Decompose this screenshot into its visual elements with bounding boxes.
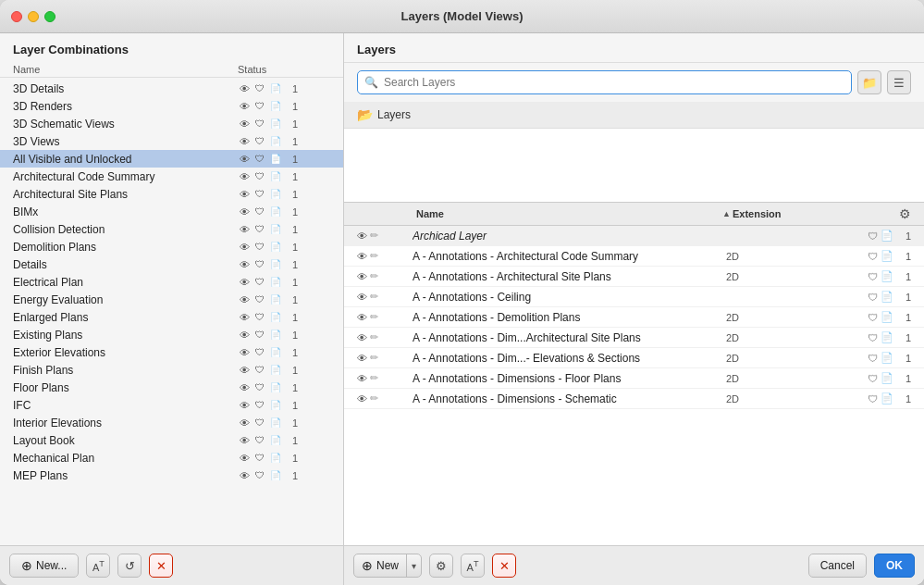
lock-icon[interactable]: 🛡 bbox=[253, 277, 266, 287]
list-view-toggle[interactable]: ☰ bbox=[887, 70, 911, 94]
eye-icon[interactable]: 👁 bbox=[238, 400, 251, 411]
eye-icon[interactable]: 👁 bbox=[238, 154, 251, 165]
layer-row[interactable]: 👁✏A - Annotations - Ceiling🛡📄1 bbox=[344, 287, 924, 307]
lock-icon[interactable]: 🛡 bbox=[253, 312, 266, 322]
layer-combination-item[interactable]: IFC👁🛡📄1 bbox=[0, 396, 343, 414]
layer-row[interactable]: 👁✏A - Annotations - Architectural Site P… bbox=[344, 267, 924, 287]
row-copy-btn[interactable]: 📄 bbox=[881, 352, 893, 364]
eye-icon[interactable]: 👁 bbox=[238, 330, 251, 341]
row-eye-icon[interactable]: 👁 bbox=[357, 332, 367, 343]
layer-combination-item[interactable]: Details👁🛡📄1 bbox=[0, 255, 343, 273]
eye-icon[interactable]: 👁 bbox=[238, 206, 251, 218]
row-pen-icon[interactable]: ✏ bbox=[370, 352, 378, 364]
lock-icon[interactable]: 🛡 bbox=[253, 242, 266, 252]
lock-icon[interactable]: 🛡 bbox=[253, 365, 266, 375]
row-lock-btn[interactable]: 🛡 bbox=[868, 292, 878, 303]
layer-combination-item[interactable]: 3D Renders👁🛡📄1 bbox=[0, 97, 343, 115]
delete-button[interactable]: ✕ bbox=[149, 554, 173, 578]
eye-icon[interactable]: 👁 bbox=[238, 259, 251, 270]
row-lock-btn[interactable]: 🛡 bbox=[868, 251, 878, 262]
layer-combination-item[interactable]: Mechanical Plan👁🛡📄1 bbox=[0, 449, 343, 467]
layer-delete-button[interactable]: ✕ bbox=[492, 554, 516, 578]
row-copy-btn[interactable]: 📄 bbox=[881, 291, 893, 303]
eye-icon[interactable]: 👁 bbox=[238, 347, 251, 358]
lock-icon[interactable]: 🛡 bbox=[253, 435, 266, 445]
layer-row[interactable]: 👁✏A - Annotations - Architectural Code S… bbox=[344, 246, 924, 267]
layer-settings-button[interactable]: ⚙ bbox=[429, 554, 453, 578]
layer-combination-item[interactable]: Enlarged Plans👁🛡📄1 bbox=[0, 308, 343, 326]
layer-combination-item[interactable]: Energy Evaluation👁🛡📄1 bbox=[0, 291, 343, 308]
eye-icon[interactable]: 👁 bbox=[238, 83, 251, 94]
extension-column-header[interactable]: ▲ Extension bbox=[722, 208, 833, 219]
row-copy-btn[interactable]: 📄 bbox=[881, 250, 893, 262]
eye-icon[interactable]: 👁 bbox=[238, 242, 251, 253]
row-copy-btn[interactable]: 📄 bbox=[881, 230, 893, 242]
layer-combination-item[interactable]: Interior Elevations👁🛡📄1 bbox=[0, 414, 343, 431]
row-lock-btn[interactable]: 🛡 bbox=[868, 271, 878, 282]
lock-icon[interactable]: 🛡 bbox=[253, 171, 266, 181]
lock-icon[interactable]: 🛡 bbox=[253, 136, 266, 146]
eye-icon[interactable]: 👁 bbox=[238, 365, 251, 376]
lock-icon[interactable]: 🛡 bbox=[253, 118, 266, 129]
eye-icon[interactable]: 👁 bbox=[238, 382, 251, 393]
lock-icon[interactable]: 🛡 bbox=[253, 154, 266, 164]
layer-combination-item[interactable]: Finish Plans👁🛡📄1 bbox=[0, 361, 343, 379]
row-pen-icon[interactable]: ✏ bbox=[370, 250, 378, 262]
row-copy-btn[interactable]: 📄 bbox=[881, 372, 893, 384]
rename-button[interactable]: AT bbox=[86, 554, 110, 578]
row-eye-icon[interactable]: 👁 bbox=[357, 292, 367, 303]
folder-row[interactable]: 📂 Layers bbox=[344, 102, 924, 129]
row-eye-icon[interactable]: 👁 bbox=[357, 373, 367, 384]
row-lock-btn[interactable]: 🛡 bbox=[868, 353, 878, 364]
row-pen-icon[interactable]: ✏ bbox=[370, 291, 378, 303]
layer-combination-item[interactable]: Exterior Elevations👁🛡📄1 bbox=[0, 343, 343, 361]
row-lock-btn[interactable]: 🛡 bbox=[868, 312, 878, 323]
lock-icon[interactable]: 🛡 bbox=[253, 294, 266, 305]
new-combination-button[interactable]: ⊕ New... bbox=[9, 554, 79, 578]
row-eye-icon[interactable]: 👁 bbox=[357, 393, 367, 405]
layer-combination-item[interactable]: Layout Book👁🛡📄1 bbox=[0, 431, 343, 449]
row-copy-btn[interactable]: 📄 bbox=[881, 392, 893, 405]
layer-row[interactable]: 👁✏Archicad Layer🛡📄1 bbox=[344, 226, 924, 246]
row-pen-icon[interactable]: ✏ bbox=[370, 270, 378, 282]
layer-combination-item[interactable]: Existing Plans👁🛡📄1 bbox=[0, 326, 343, 343]
eye-icon[interactable]: 👁 bbox=[238, 417, 251, 429]
eye-icon[interactable]: 👁 bbox=[238, 118, 251, 130]
lock-icon[interactable]: 🛡 bbox=[253, 101, 266, 111]
layer-combination-item[interactable]: 3D Views👁🛡📄1 bbox=[0, 132, 343, 150]
folder-view-toggle[interactable]: 📁 bbox=[857, 70, 881, 94]
lock-icon[interactable]: 🛡 bbox=[253, 347, 266, 357]
lock-icon[interactable]: 🛡 bbox=[253, 330, 266, 340]
eye-icon[interactable]: 👁 bbox=[238, 224, 251, 235]
new-layer-btn-wrap[interactable]: ⊕ New ▾ bbox=[353, 554, 422, 578]
layer-combination-item[interactable]: BIMx👁🛡📄1 bbox=[0, 203, 343, 220]
layer-row[interactable]: 👁✏A - Annotations - Demolition Plans2D🛡📄… bbox=[344, 307, 924, 328]
new-layer-dropdown[interactable]: ▾ bbox=[407, 554, 421, 577]
eye-icon[interactable]: 👁 bbox=[238, 277, 251, 288]
row-lock-btn[interactable]: 🛡 bbox=[868, 393, 878, 405]
row-eye-icon[interactable]: 👁 bbox=[357, 271, 367, 282]
lock-icon[interactable]: 🛡 bbox=[253, 417, 266, 428]
row-eye-icon[interactable]: 👁 bbox=[357, 251, 367, 262]
row-eye-icon[interactable]: 👁 bbox=[357, 312, 367, 323]
eye-icon[interactable]: 👁 bbox=[238, 136, 251, 147]
maximize-button[interactable] bbox=[44, 11, 55, 22]
row-eye-icon[interactable]: 👁 bbox=[357, 353, 367, 364]
eye-icon[interactable]: 👁 bbox=[238, 435, 251, 446]
layer-combination-item[interactable]: 3D Details👁🛡📄1 bbox=[0, 80, 343, 97]
layer-combination-item[interactable]: MEP Plans👁🛡📄1 bbox=[0, 467, 343, 484]
lock-icon[interactable]: 🛡 bbox=[253, 189, 266, 199]
eye-icon[interactable]: 👁 bbox=[238, 470, 251, 481]
eye-icon[interactable]: 👁 bbox=[238, 101, 251, 112]
new-layer-button[interactable]: ⊕ New bbox=[354, 554, 407, 577]
row-pen-icon[interactable]: ✏ bbox=[370, 311, 378, 323]
row-pen-icon[interactable]: ✏ bbox=[370, 372, 378, 384]
row-copy-btn[interactable]: 📄 bbox=[881, 311, 893, 323]
lock-icon[interactable]: 🛡 bbox=[253, 400, 266, 410]
layer-row[interactable]: 👁✏A - Annotations - Dim...- Elevations &… bbox=[344, 348, 924, 368]
layer-combination-item[interactable]: All Visible and Unlocked👁🛡📄1 bbox=[0, 150, 343, 168]
eye-icon[interactable]: 👁 bbox=[238, 189, 251, 200]
search-input[interactable] bbox=[357, 70, 852, 94]
layer-combination-item[interactable]: Demolition Plans👁🛡📄1 bbox=[0, 238, 343, 255]
layer-combination-item[interactable]: Architectural Site Plans👁🛡📄1 bbox=[0, 185, 343, 203]
